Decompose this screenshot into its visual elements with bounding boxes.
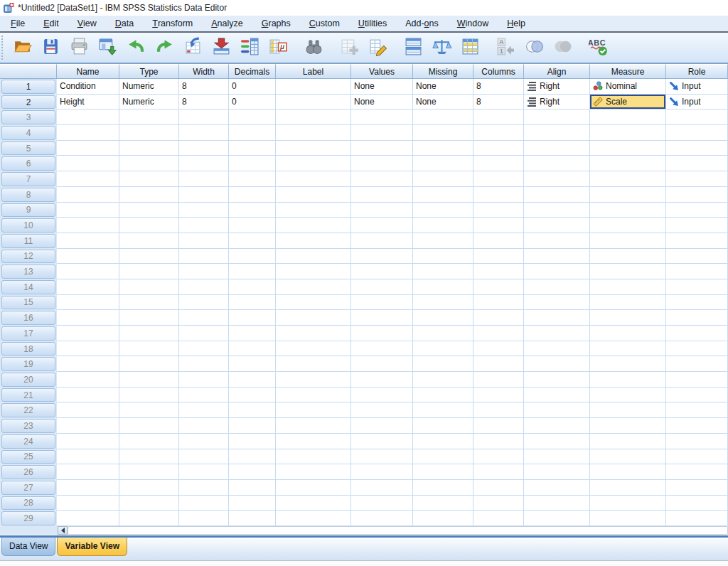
cell-decimals[interactable] <box>229 496 276 511</box>
cell-columns[interactable] <box>473 434 524 449</box>
column-header-label[interactable]: Label <box>276 64 351 79</box>
cell-type[interactable] <box>119 171 179 187</box>
row-header-18[interactable]: 18 <box>0 341 57 357</box>
cell-decimals[interactable] <box>229 326 276 341</box>
cell-measure[interactable] <box>590 187 666 203</box>
cell-columns[interactable] <box>473 449 524 465</box>
row-header-1[interactable]: 1 <box>0 79 57 95</box>
cell-name[interactable] <box>57 434 119 449</box>
cell-measure[interactable] <box>590 233 666 249</box>
cell-label[interactable] <box>276 310 351 326</box>
cell-align[interactable] <box>524 171 590 187</box>
cell-name[interactable] <box>57 496 119 511</box>
cell-decimals[interactable] <box>229 310 276 326</box>
cell-measure[interactable] <box>590 125 666 141</box>
cell-values[interactable] <box>351 372 413 388</box>
cell-measure[interactable] <box>590 341 666 357</box>
cell-label[interactable] <box>276 187 351 203</box>
cell-width[interactable] <box>179 187 229 203</box>
cell-width[interactable] <box>179 156 229 171</box>
descriptive-statistics-button[interactable]: μ <box>266 36 290 59</box>
column-header-name[interactable]: Name <box>57 64 119 79</box>
grid-corner-cell[interactable] <box>0 64 57 79</box>
cell-measure[interactable] <box>590 203 666 218</box>
cell-label[interactable] <box>276 295 351 311</box>
cell-align[interactable] <box>524 496 590 511</box>
cell-missing[interactable] <box>413 480 473 496</box>
cell-width[interactable] <box>179 372 229 388</box>
cell-align[interactable] <box>524 402 590 418</box>
scrollbar-track[interactable] <box>68 526 728 535</box>
cell-name[interactable] <box>57 203 119 218</box>
cell-type[interactable] <box>119 372 179 388</box>
cell-columns[interactable] <box>473 464 524 480</box>
use-variable-sets-button[interactable] <box>522 36 546 59</box>
cell-role[interactable] <box>666 326 728 341</box>
cell-width[interactable]: 8 <box>179 95 229 110</box>
cell-name[interactable] <box>57 171 119 187</box>
cell-type[interactable] <box>119 264 179 279</box>
cell-width[interactable] <box>179 249 229 265</box>
cell-decimals[interactable] <box>229 156 276 171</box>
cell-decimals[interactable] <box>229 218 276 233</box>
cell-measure[interactable] <box>590 264 666 279</box>
cell-decimals[interactable] <box>229 434 276 449</box>
menu-edit[interactable]: Edit <box>34 16 68 31</box>
cell-width[interactable] <box>179 310 229 326</box>
cell-values[interactable] <box>351 356 413 372</box>
cell-decimals[interactable] <box>229 279 276 295</box>
cell-role[interactable] <box>666 218 728 233</box>
cell-values[interactable] <box>351 233 413 249</box>
recall-dialogs-button[interactable] <box>95 36 119 59</box>
cell-type[interactable] <box>119 141 179 156</box>
cell-width[interactable] <box>179 110 229 125</box>
cell-measure[interactable] <box>590 418 666 434</box>
cell-name[interactable]: Condition <box>57 79 119 95</box>
row-header-23[interactable]: 23 <box>0 418 57 434</box>
cell-name[interactable] <box>57 125 119 141</box>
column-header-align[interactable]: Align <box>524 64 590 79</box>
cell-type[interactable] <box>119 418 179 434</box>
cell-measure[interactable] <box>590 171 666 187</box>
cell-width[interactable] <box>179 418 229 434</box>
cell-measure[interactable] <box>590 279 666 295</box>
cell-role[interactable] <box>666 480 728 496</box>
cell-type[interactable]: Numeric <box>119 79 179 95</box>
cell-align[interactable]: Right <box>524 79 590 95</box>
cell-type[interactable] <box>119 449 179 465</box>
cell-columns[interactable] <box>473 233 524 249</box>
cell-align[interactable]: Right <box>524 95 590 110</box>
cell-label[interactable] <box>276 464 351 480</box>
menu-view[interactable]: View <box>68 16 106 31</box>
go-to-variable-button[interactable] <box>209 36 233 59</box>
row-header-2[interactable]: 2 <box>0 95 57 110</box>
cell-decimals[interactable] <box>229 480 276 496</box>
cell-type[interactable] <box>119 110 179 125</box>
cell-type[interactable] <box>119 356 179 372</box>
cell-name[interactable] <box>57 264 119 279</box>
cell-type[interactable]: Numeric <box>119 95 179 110</box>
cell-align[interactable] <box>524 249 590 265</box>
cell-type[interactable] <box>119 326 179 341</box>
cell-role[interactable] <box>666 310 728 326</box>
cell-values[interactable] <box>351 279 413 295</box>
cell-width[interactable] <box>179 356 229 372</box>
cell-columns[interactable] <box>473 356 524 372</box>
cell-label[interactable] <box>276 372 351 388</box>
cell-role[interactable] <box>666 418 728 434</box>
cell-missing[interactable]: None <box>413 79 473 95</box>
cell-decimals[interactable] <box>229 388 276 403</box>
cell-missing[interactable] <box>413 372 473 388</box>
cell-role[interactable] <box>666 203 728 218</box>
menu-add-ons[interactable]: Add-ons <box>396 16 448 31</box>
cell-role[interactable]: Input <box>666 79 728 95</box>
cell-measure[interactable] <box>590 402 666 418</box>
cell-decimals[interactable] <box>229 511 276 526</box>
cell-missing[interactable] <box>413 249 473 265</box>
cell-values[interactable] <box>351 388 413 403</box>
cell-label[interactable] <box>276 356 351 372</box>
row-header-21[interactable]: 21 <box>0 388 57 403</box>
cell-measure[interactable] <box>590 326 666 341</box>
cell-label[interactable] <box>276 279 351 295</box>
undo-button[interactable] <box>124 36 148 59</box>
